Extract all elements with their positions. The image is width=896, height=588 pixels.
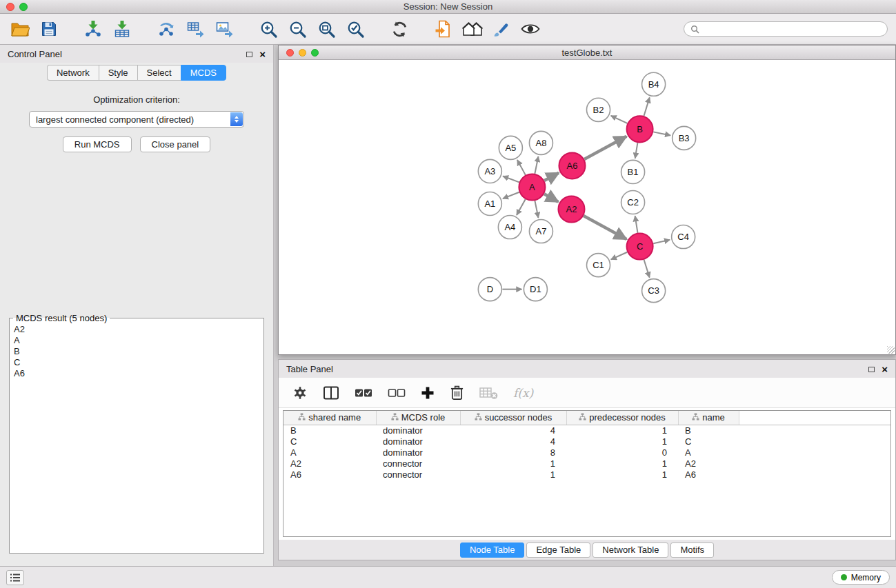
tab-mcds[interactable]: MCDS	[181, 65, 226, 81]
export-network-button[interactable]	[155, 17, 178, 41]
graph-node-C1[interactable]: C1	[586, 254, 610, 277]
delete-table-button[interactable]	[479, 386, 498, 400]
split-panel-button[interactable]	[323, 386, 339, 400]
table-cell[interactable]: C	[678, 436, 739, 447]
mcds-result-list[interactable]: A2ABCA6	[10, 323, 263, 550]
mcds-result-item[interactable]: C	[14, 357, 259, 368]
table-cell[interactable]: dominator	[376, 425, 460, 436]
graph-node-C3[interactable]: C3	[642, 279, 666, 303]
table-row[interactable]: Cdominator41C	[283, 436, 890, 447]
graph-node-D1[interactable]: D1	[524, 278, 547, 301]
table-cell[interactable]: dominator	[376, 447, 460, 458]
zoom-out-button[interactable]	[286, 17, 309, 41]
import-network-button[interactable]	[81, 17, 105, 41]
function-builder-button[interactable]: f(x)	[513, 386, 533, 400]
table-cell[interactable]: 8	[460, 447, 566, 458]
float-table-panel-icon[interactable]	[868, 364, 875, 374]
export-table-button[interactable]	[183, 17, 207, 41]
table-cell[interactable]: 4	[460, 425, 566, 436]
table-cell[interactable]: A2	[678, 458, 739, 469]
table-cell[interactable]: B	[678, 425, 739, 436]
close-panel-button[interactable]: Close panel	[140, 136, 211, 152]
close-window-button[interactable]	[6, 3, 14, 11]
graph-edge[interactable]	[535, 156, 538, 174]
graph-edge[interactable]	[584, 136, 626, 159]
table-cell[interactable]: A	[678, 447, 739, 458]
column-header-mcds-role[interactable]: MCDS role	[376, 411, 460, 425]
deselect-all-button[interactable]	[388, 387, 406, 398]
table-row[interactable]: Adominator80A	[283, 447, 890, 458]
network-minimize-button[interactable]	[299, 49, 306, 57]
graph-edge[interactable]	[611, 252, 628, 260]
apply-style-button[interactable]	[490, 17, 513, 41]
tab-network[interactable]: Network	[47, 65, 99, 81]
graph-node-B3[interactable]: B3	[673, 126, 696, 150]
table-cell[interactable]: A2	[283, 458, 376, 469]
graph-node-C[interactable]: C	[627, 234, 653, 260]
graph-edge[interactable]	[517, 160, 526, 175]
table-row[interactable]: A2connector11A2	[283, 458, 890, 469]
mcds-result-item[interactable]: A2	[14, 324, 259, 335]
table-cell[interactable]: 4	[460, 436, 566, 447]
column-header-name[interactable]: name	[678, 411, 739, 425]
graph-edge[interactable]	[544, 194, 558, 201]
table-cell[interactable]: 0	[566, 447, 678, 458]
graph-edge[interactable]	[517, 199, 526, 215]
zoom-in-button[interactable]	[257, 17, 280, 41]
export-image-button[interactable]	[212, 17, 236, 41]
home-button[interactable]	[461, 17, 484, 41]
table-cell[interactable]: connector	[376, 458, 460, 469]
graph-edge[interactable]	[644, 260, 650, 278]
table-cell[interactable]: B	[283, 425, 376, 436]
tab-motifs[interactable]: Motifs	[670, 543, 714, 558]
graph-node-C2[interactable]: C2	[621, 190, 645, 214]
table-cell[interactable]: 1	[566, 436, 678, 447]
graph-node-C4[interactable]: C4	[672, 225, 695, 249]
table-cell[interactable]: 1	[566, 469, 678, 480]
zoom-selected-button[interactable]	[344, 17, 367, 41]
graph-node-A6[interactable]: A6	[559, 152, 585, 179]
graph-edge[interactable]	[635, 216, 638, 233]
mcds-result-item[interactable]: A6	[14, 368, 259, 379]
graph-node-A7[interactable]: A7	[529, 220, 552, 243]
graph-edge[interactable]	[503, 192, 519, 199]
refresh-view-button[interactable]	[388, 17, 411, 41]
table-settings-button[interactable]	[292, 385, 308, 401]
close-panel-icon[interactable]: ×	[259, 49, 266, 59]
graph-node-B1[interactable]: B1	[621, 160, 645, 183]
tab-style[interactable]: Style	[99, 65, 137, 81]
graph-node-B[interactable]: B	[627, 116, 653, 142]
mcds-result-item[interactable]: B	[14, 346, 259, 357]
table-cell[interactable]: A	[283, 447, 376, 458]
search-box[interactable]	[684, 21, 888, 37]
table-cell[interactable]: 1	[460, 458, 566, 469]
column-header-shared-name[interactable]: shared name	[283, 411, 376, 425]
network-close-button[interactable]	[286, 49, 294, 57]
graph-edge[interactable]	[653, 132, 670, 135]
network-zoom-button[interactable]	[311, 49, 319, 57]
column-header-predecessor-nodes[interactable]: predecessor nodes	[566, 411, 678, 425]
table-cell[interactable]: 1	[566, 458, 678, 469]
graph-edge[interactable]	[644, 97, 649, 116]
table-cell[interactable]: 1	[460, 469, 566, 480]
graph-node-B2[interactable]: B2	[586, 98, 610, 121]
zoom-fit-button[interactable]	[315, 17, 338, 41]
table-cell[interactable]: A6	[678, 469, 739, 480]
save-session-button[interactable]	[37, 17, 61, 41]
table-cell[interactable]: A6	[283, 469, 376, 480]
graph-edge[interactable]	[653, 240, 670, 243]
graph-node-A[interactable]: A	[519, 174, 545, 200]
graph-edge[interactable]	[611, 116, 628, 123]
close-table-panel-icon[interactable]: ×	[882, 364, 888, 374]
add-row-button[interactable]	[421, 386, 435, 400]
open-session-button[interactable]	[8, 17, 32, 41]
criterion-dropdown[interactable]: largest connected component (directed)	[29, 111, 244, 128]
table-cell[interactable]: dominator	[376, 436, 460, 447]
table-row[interactable]: A6connector11A6	[283, 469, 890, 480]
graph-node-A2[interactable]: A2	[558, 196, 584, 222]
graph-edge[interactable]	[544, 173, 559, 181]
tab-select[interactable]: Select	[137, 65, 181, 81]
table-row[interactable]: Bdominator41B	[283, 425, 890, 436]
tab-network-table[interactable]: Network Table	[593, 543, 668, 558]
delete-rows-button[interactable]	[450, 385, 464, 401]
